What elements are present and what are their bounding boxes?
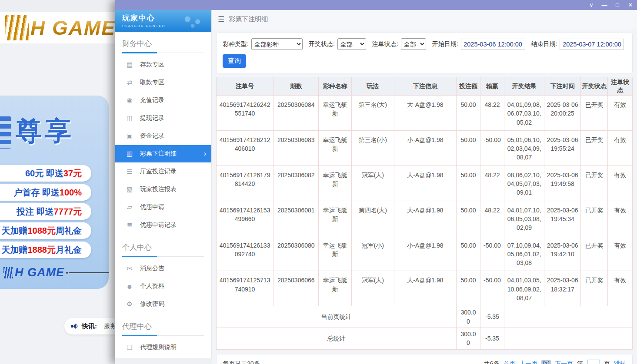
cell-order-status: 有效 (608, 201, 633, 236)
cell-bet-time: 2025-03-06 19:42:10 (544, 236, 581, 271)
cell-draw-status: 已开奖 (581, 165, 608, 201)
table-body: 401569174126242551740 20250306084 幸运飞艇新 … (217, 96, 633, 350)
cell-draw-result: 04,01,07,10,06,05,03,08,02,09 (504, 201, 544, 236)
cell-lottery-name: 幸运飞艇新 (319, 201, 352, 236)
order-status-label: 注单状态: (372, 40, 398, 48)
document-icon: ❏ (126, 344, 133, 351)
column-header: 下注时间 (544, 77, 581, 96)
sidebar-item-label: 取款专区 (140, 79, 164, 86)
jump-link[interactable]: 跳转 (614, 360, 626, 364)
sidebar-item-label: 修改密码 (140, 300, 164, 308)
column-header: 开奖结果 (504, 77, 544, 96)
cell-bet-time: 2025-03-06 18:32:17 (544, 271, 581, 306)
cell-bet-id: 401569174126133092740 (217, 236, 273, 271)
withdrawal-record-icon: ◫ (126, 114, 133, 122)
sidebar-section: 个人中心 ✉ 消息公告 › ☻ 个人资料 › ⚙ (115, 242, 211, 314)
promo-apply-icon: ▱ (126, 203, 133, 211)
column-header: 期数 (273, 77, 319, 96)
recharge-moneybag-icon: ◉ (126, 96, 133, 104)
cell-bet-time: 2025-03-06 19:45:34 (544, 201, 581, 236)
promo-record-icon: ≣ (126, 221, 133, 229)
first-page-link[interactable]: 首页 (503, 360, 515, 364)
column-header: 开奖状态 (581, 77, 608, 96)
sidebar-item-彩票下注明细[interactable]: ▥ 彩票下注明细 › (115, 145, 211, 162)
cell-play: 冠军(大) (352, 271, 394, 306)
sidebar-item-代理规则说明[interactable]: ❏ 代理规则说明 › (115, 339, 211, 356)
maximize-button[interactable]: □ (611, 0, 624, 10)
promo-title: 尊享 (16, 114, 75, 149)
gear-icon: ⚙ (126, 300, 133, 308)
bets-table: 注单号期数彩种名称玩法下注信息投注额输赢开奖结果下注时间开奖状态注单状态 401… (216, 77, 633, 350)
logo-bars-icon (5, 15, 29, 40)
summary-winloss: -5.35 (480, 306, 504, 328)
sidebar-item-优惠申请记录[interactable]: ≣ 优惠申请记录 › (115, 216, 211, 234)
table-row: 401569174126133092740 20250306080 幸运飞艇新 … (217, 236, 633, 271)
sidebar-item-资金记录[interactable]: ▣ 资金记录 › (115, 127, 211, 145)
sidebar-item-修改密码[interactable]: ⚙ 修改密码 › (115, 295, 211, 313)
column-header: 投注额 (457, 77, 480, 96)
cell-draw-result: 04,01,09,08,06,07,03,10,05,02 (504, 96, 544, 131)
sidebar-item-label: 充值记录 (140, 96, 164, 104)
page-jump-input[interactable] (587, 360, 600, 364)
table-row: 401569174126242551740 20250306084 幸运飞艇新 … (217, 96, 633, 131)
sidebar-item-个人资料[interactable]: ☻ 个人资料 › (115, 278, 211, 295)
deposit-card-icon: ▤ (126, 61, 133, 69)
hamburger-icon[interactable]: ☰ (218, 15, 224, 24)
start-date-input[interactable] (461, 39, 525, 50)
close-button[interactable]: ✕ (624, 0, 637, 10)
promo-partial-glyph (0, 116, 11, 149)
sidebar-item-存款专区[interactable]: ▤ 存款专区 › (115, 56, 211, 73)
sidebar-item-充值记录[interactable]: ◉ 充值记录 › (115, 92, 211, 109)
sidebar-item-厅室投注记录[interactable]: ☰ 厅室投注记录 › (115, 163, 211, 180)
cell-bet-id: 401569174125713740910 (217, 271, 273, 306)
bets-table-wrap: 注单号期数彩种名称玩法下注信息投注额输赢开奖结果下注时间开奖状态注单状态 401… (216, 77, 633, 350)
column-header: 注单号 (217, 77, 273, 96)
cell-bet-id: 401569174126242551740 (217, 96, 273, 131)
lottery-type-select[interactable]: 全部彩种 (251, 38, 303, 50)
cell-issue: 20250306082 (273, 165, 319, 201)
cell-issue: 20250306083 (273, 130, 319, 165)
summary-amount: 300.00 (457, 328, 480, 349)
chevron-right-icon: › (204, 150, 206, 158)
cell-play: 第三名(大) (352, 96, 394, 131)
cell-bet-info: 大-A盘@1.98 (394, 165, 457, 201)
promo-pill: 投注 即送7777元 (0, 203, 91, 220)
cell-bet-info: 大-A盘@1.98 (394, 271, 457, 306)
column-header: 彩种名称 (319, 77, 352, 96)
prev-page-link[interactable]: 上一页 (519, 360, 537, 364)
sidebar-item-优惠申请[interactable]: ▱ 优惠申请 › (115, 199, 211, 216)
cell-play: 冠军(大) (352, 165, 394, 201)
sidebar-item-提现记录[interactable]: ◫ 提现记录 › (115, 109, 211, 127)
search-button[interactable]: 查询 (223, 54, 246, 68)
lottery-bet-detail-icon: ▥ (126, 150, 133, 158)
table-row: 401569174126153499660 20250306081 幸运飞艇新 … (217, 201, 633, 236)
cell-play: 冠军(小) (352, 236, 394, 271)
summary-row: 当前页统计 300.00 -5.35 (217, 306, 633, 328)
filter-panel: 彩种类型: 全部彩种 开奖状态: 全部 注单状态: 全部 开始日期: 结束日期:… (216, 33, 633, 73)
table-header-row: 注单号期数彩种名称玩法下注信息投注额输赢开奖结果下注时间开奖状态注单状态 (217, 77, 633, 96)
sidebar-item-取款专区[interactable]: ⇄ 取款专区 › (115, 74, 211, 91)
cell-order-status: 有效 (608, 96, 633, 131)
promo-pill: 60元 即送37元 (0, 165, 91, 182)
bell-icon: ✉ (126, 265, 133, 272)
sidebar-section-title: 个人中心 (122, 242, 204, 257)
cell-issue: 20250306066 (273, 271, 319, 306)
window-titlebar: ∨ — □ ✕ (115, 0, 637, 10)
sidebar-item-label: 玩家投注报表 (140, 185, 177, 193)
chevron-down-icon[interactable]: ∨ (585, 0, 598, 10)
order-status-select[interactable]: 全部 (401, 38, 426, 50)
profile-icon: ☻ (126, 283, 133, 290)
next-page-link[interactable]: 下一页 (555, 360, 573, 364)
column-header: 玩法 (352, 77, 394, 96)
minimize-button[interactable]: — (598, 0, 611, 10)
end-date-input[interactable] (560, 39, 624, 50)
sidebar-item-玩家投注报表[interactable]: ▧ 玩家投注报表 › (115, 181, 211, 198)
funds-record-icon: ▣ (126, 132, 133, 140)
cell-draw-result: 07,10,09,04,05,06,01,02,03,08 (504, 236, 544, 271)
cell-bet-id: 401569174126153499660 (217, 201, 273, 236)
sidebar-item-消息公告[interactable]: ✉ 消息公告 › (115, 260, 211, 277)
promo-pill: 天加赠1088元周礼金 (0, 222, 91, 239)
draw-status-select[interactable]: 全部 (337, 38, 366, 50)
sidebar-item-label: 资金记录 (140, 132, 164, 140)
draw-status-label: 开奖状态: (309, 40, 335, 48)
